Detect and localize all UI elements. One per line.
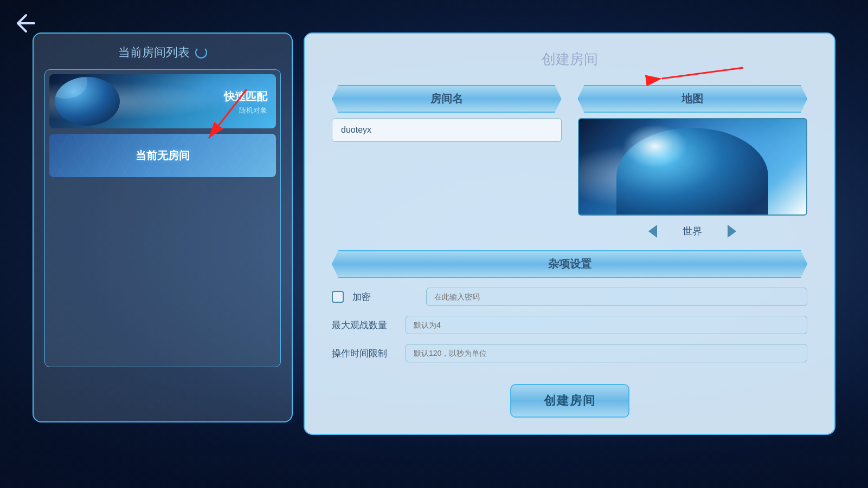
prev-map-button[interactable] [645, 223, 661, 239]
right-panel: 创建房间 房间名 地图 [304, 32, 835, 435]
room-name-input[interactable] [332, 118, 562, 142]
encrypt-row: 加密 [332, 288, 807, 306]
map-glow [622, 125, 687, 168]
max-spectators-label: 最大观战数量 [332, 319, 397, 331]
refresh-icon[interactable] [195, 47, 207, 58]
encrypt-label: 加密 [352, 291, 417, 303]
map-navigation: 世界 [578, 223, 808, 239]
map-preview [578, 118, 808, 216]
encrypt-checkbox[interactable] [332, 291, 344, 303]
earth-visual [55, 77, 120, 126]
settings-section: 杂项设置 加密 最大观战数量 操作时间限制 [332, 250, 807, 362]
back-button[interactable] [10, 10, 37, 37]
svg-line-2 [209, 89, 247, 138]
create-room-button[interactable]: 创建房间 [510, 384, 629, 418]
room-name-col: 房间名 [332, 85, 562, 142]
max-spectators-row: 最大观战数量 [332, 316, 807, 334]
next-map-button[interactable] [724, 223, 740, 239]
time-limit-row: 操作时间限制 [332, 344, 807, 362]
room-list-label: 当前房间列表 [118, 44, 190, 61]
max-spectators-input[interactable] [406, 316, 807, 334]
svg-marker-6 [728, 225, 736, 238]
map-col: 地图 世界 [578, 85, 808, 239]
room-list-title: 当前房间列表 [44, 44, 281, 61]
settings-options: 加密 最大观战数量 操作时间限制 [332, 288, 807, 362]
svg-marker-5 [648, 225, 657, 238]
time-limit-input[interactable] [406, 344, 807, 362]
room-name-label[interactable]: 房间名 [332, 85, 562, 113]
settings-label[interactable]: 杂项设置 [332, 250, 807, 278]
time-limit-label: 操作时间限制 [332, 347, 397, 360]
encrypt-input[interactable] [426, 288, 807, 306]
top-form-row: 房间名 地图 世界 [332, 85, 807, 239]
svg-line-4 [662, 68, 743, 79]
map-name-label: 世界 [683, 225, 702, 238]
